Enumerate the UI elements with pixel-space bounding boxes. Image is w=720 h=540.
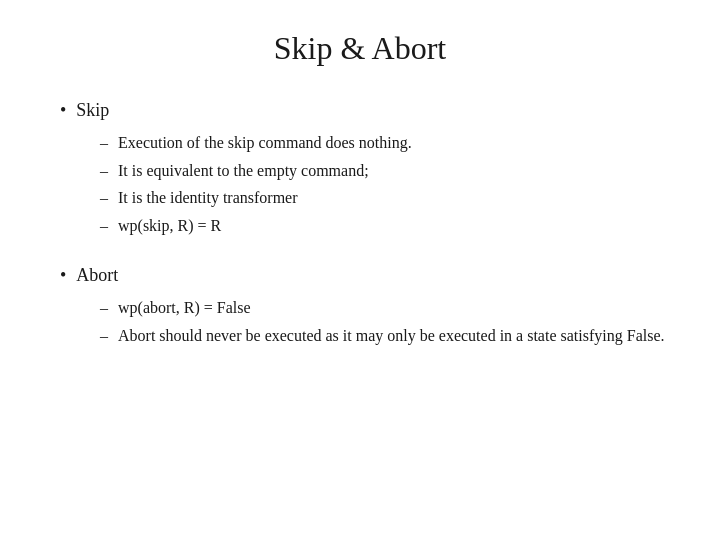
abort-section: • Abort – wp(abort, R) = False – Abort s…: [60, 262, 670, 348]
skip-sub-text-1: Execution of the skip command does nothi…: [118, 130, 412, 156]
skip-sub-text-3: It is the identity transformer: [118, 185, 298, 211]
skip-sub-text-4: wp(skip, R) = R: [118, 213, 221, 239]
skip-sub-3: – It is the identity transformer: [100, 185, 670, 211]
skip-sub-1: – Execution of the skip command does not…: [100, 130, 670, 156]
skip-bullet: • Skip: [60, 97, 670, 124]
slide-title: Skip & Abort: [50, 30, 670, 67]
skip-dash-2: –: [100, 158, 108, 184]
abort-dash-1: –: [100, 295, 108, 321]
skip-sub-2: – It is equivalent to the empty command;: [100, 158, 670, 184]
abort-dash-2: –: [100, 323, 108, 349]
content-area: • Skip – Execution of the skip command d…: [50, 97, 670, 510]
slide: Skip & Abort • Skip – Execution of the s…: [0, 0, 720, 540]
skip-dash-4: –: [100, 213, 108, 239]
abort-sub-items: – wp(abort, R) = False – Abort should ne…: [60, 295, 670, 348]
skip-sub-items: – Execution of the skip command does not…: [60, 130, 670, 238]
abort-sub-text-2: Abort should never be executed as it may…: [118, 323, 665, 349]
abort-sub-2: – Abort should never be executed as it m…: [100, 323, 670, 349]
abort-bullet-dot: •: [60, 262, 66, 289]
skip-dash-3: –: [100, 185, 108, 211]
abort-bullet: • Abort: [60, 262, 670, 289]
abort-sub-text-1: wp(abort, R) = False: [118, 295, 251, 321]
skip-sub-4: – wp(skip, R) = R: [100, 213, 670, 239]
skip-label: Skip: [76, 97, 109, 124]
skip-section: • Skip – Execution of the skip command d…: [60, 97, 670, 238]
abort-sub-1: – wp(abort, R) = False: [100, 295, 670, 321]
skip-sub-text-2: It is equivalent to the empty command;: [118, 158, 369, 184]
skip-bullet-dot: •: [60, 97, 66, 124]
abort-label: Abort: [76, 262, 118, 289]
skip-dash-1: –: [100, 130, 108, 156]
